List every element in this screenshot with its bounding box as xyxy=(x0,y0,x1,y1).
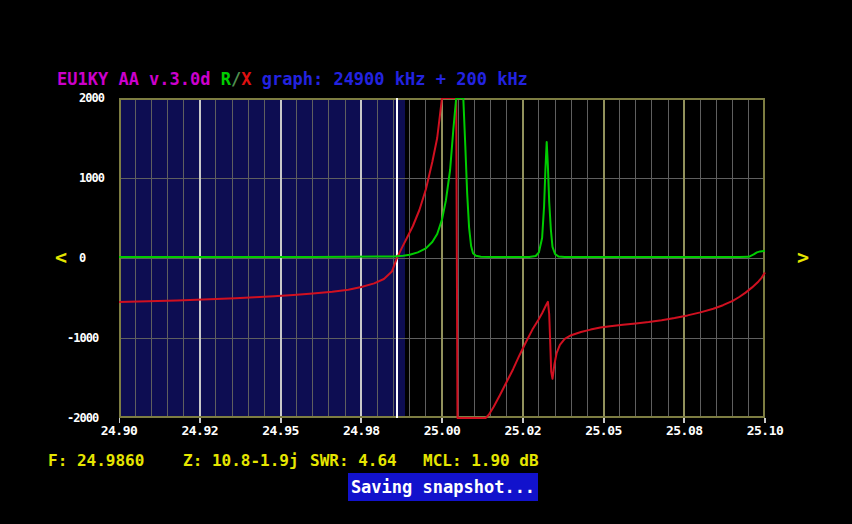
y-axis-label: 2000 xyxy=(79,91,104,105)
analyzer-screen: EU1KY AA v.3.0d R/X graph: 24900 kHz + 2… xyxy=(0,0,852,524)
toast-label: Saving snapshot... xyxy=(351,477,535,497)
x-axis-label: 24.95 xyxy=(251,424,311,438)
r-series-label: R xyxy=(221,69,231,89)
x-axis-label: 25.08 xyxy=(654,424,714,438)
status-impedance: Z: 10.8-1.9j xyxy=(183,451,299,470)
status-mcl: MCL: 1.90 dB xyxy=(423,451,539,470)
app-version-label: EU1KY AA v.3.0d xyxy=(57,69,221,89)
y-axis-label: -2000 xyxy=(67,411,98,425)
x-axis-label: 25.10 xyxy=(735,424,795,438)
chart-plot-area[interactable] xyxy=(119,98,766,425)
x-axis-label: 25.05 xyxy=(574,424,634,438)
cursor-right-button[interactable]: > xyxy=(797,247,809,267)
title-slash: / xyxy=(231,69,241,89)
y-axis-label: 1000 xyxy=(79,171,104,185)
cursor-left-button[interactable]: < xyxy=(55,247,67,267)
graph-range-label: graph: 24900 kHz + 200 kHz xyxy=(252,69,528,89)
title-bar: EU1KY AA v.3.0d R/X graph: 24900 kHz + 2… xyxy=(57,69,528,89)
x-axis-label: 25.00 xyxy=(412,424,472,438)
saving-snapshot-toast: Saving snapshot... xyxy=(348,473,538,501)
x-series-label: X xyxy=(241,69,251,89)
y-axis-label: -1000 xyxy=(67,331,98,345)
status-swr: SWR: 4.64 xyxy=(310,451,397,470)
y-axis-label: 0 xyxy=(79,251,85,265)
x-axis-label: 24.92 xyxy=(170,424,230,438)
status-frequency: F: 24.9860 xyxy=(48,451,144,470)
x-axis-label: 24.98 xyxy=(331,424,391,438)
x-axis-label: 25.02 xyxy=(493,424,553,438)
x-axis-label: 24.90 xyxy=(89,424,149,438)
